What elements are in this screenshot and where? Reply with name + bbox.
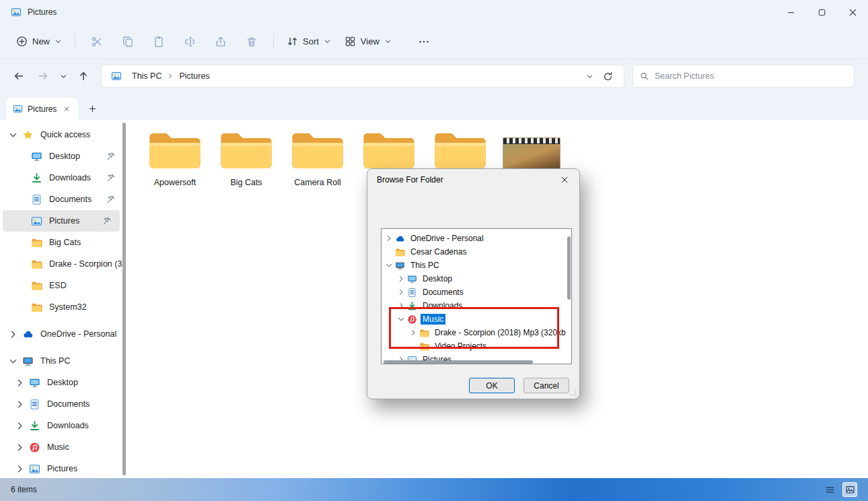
sidebar-item-pc-pictures[interactable]: Pictures xyxy=(0,458,124,478)
delete-button[interactable] xyxy=(238,30,265,54)
desktop-icon xyxy=(31,151,42,162)
tree-item-label: This PC xyxy=(408,260,441,271)
back-button[interactable] xyxy=(7,65,31,88)
tree-item-desktop[interactable]: Desktop xyxy=(382,272,571,286)
more-options-button[interactable] xyxy=(410,30,437,54)
folder-item-big-cats[interactable]: Big Cats xyxy=(215,128,277,189)
chevron-right-icon[interactable] xyxy=(396,288,406,296)
chevron-down-icon xyxy=(384,38,392,45)
details-view-toggle[interactable] xyxy=(822,482,837,497)
sidebar-item-downloads[interactable]: Downloads xyxy=(0,167,124,189)
sort-button[interactable]: Sort xyxy=(280,30,338,53)
refresh-icon[interactable] xyxy=(603,71,613,81)
minimize-button[interactable] xyxy=(775,0,806,24)
chevron-down-icon[interactable] xyxy=(384,261,394,269)
list-view-icon xyxy=(825,485,835,495)
pin-icon xyxy=(106,173,116,182)
sidebar-item-label: Pictures xyxy=(49,216,79,226)
folder-item-camera-roll[interactable]: Camera Roll xyxy=(287,128,349,189)
dialog-close-button[interactable] xyxy=(550,169,579,191)
tab-pictures[interactable]: Pictures xyxy=(7,98,78,120)
chevron-right-icon[interactable] xyxy=(15,378,25,388)
sidebar-item-big-cats[interactable]: Big Cats xyxy=(0,232,124,253)
tree-item-this-pc[interactable]: This PC xyxy=(382,259,571,272)
share-button[interactable] xyxy=(207,30,234,54)
address-bar[interactable]: This PC Pictures xyxy=(101,65,624,88)
sidebar-item-pc-documents[interactable]: Documents xyxy=(0,393,124,415)
rename-button[interactable] xyxy=(176,30,203,54)
sidebar-item-system32[interactable]: System32 xyxy=(0,296,124,318)
sidebar-item-drake-scorpion[interactable]: Drake - Scorpion (320) xyxy=(0,253,124,275)
breadcrumb-this-pc[interactable]: This PC xyxy=(127,69,166,84)
sidebar-item-label: Pictures xyxy=(47,464,77,473)
tab-close-icon[interactable] xyxy=(61,104,72,114)
tree-horizontal-scrollbar[interactable] xyxy=(384,360,533,364)
sidebar-section-this-pc[interactable]: This PC xyxy=(0,350,124,372)
item-count: 6 items xyxy=(11,485,37,494)
forward-button[interactable] xyxy=(31,65,55,88)
chevron-right-icon[interactable] xyxy=(8,329,18,339)
search-box[interactable] xyxy=(632,65,855,88)
view-icon xyxy=(345,36,356,47)
resize-grip[interactable] xyxy=(570,389,577,396)
sidebar-item-pictures[interactable]: Pictures xyxy=(3,210,120,232)
desktop-icon xyxy=(407,274,417,284)
location-icon xyxy=(111,71,122,81)
view-label: View xyxy=(361,36,379,46)
chevron-right-icon[interactable] xyxy=(15,442,25,453)
tree-item-onedrive[interactable]: OneDrive - Personal xyxy=(382,232,571,245)
copy-button[interactable] xyxy=(114,30,141,54)
breadcrumb-pictures[interactable]: Pictures xyxy=(174,69,214,84)
sidebar-item-pc-desktop[interactable]: Desktop xyxy=(0,372,124,393)
forward-icon xyxy=(38,71,48,81)
new-tab-button[interactable] xyxy=(83,100,101,117)
tree-item-cesar-cadenas[interactable]: Cesar Cadenas xyxy=(382,245,571,259)
section-label: Quick access xyxy=(40,130,90,139)
cancel-button[interactable]: Cancel xyxy=(523,378,569,393)
dialog-title: Browse For Folder xyxy=(377,175,443,185)
chevron-right-icon[interactable] xyxy=(396,275,406,283)
window-title: Pictures xyxy=(28,7,57,17)
folder-item-apowersoft[interactable]: Apowersoft xyxy=(144,128,206,189)
chevron-down-icon[interactable] xyxy=(8,356,18,366)
sidebar-item-esd[interactable]: ESD xyxy=(0,275,124,296)
paste-button[interactable] xyxy=(145,30,172,54)
cut-button[interactable] xyxy=(83,30,110,54)
sidebar-section-quick-access[interactable]: Quick access xyxy=(0,124,124,145)
pin-icon xyxy=(106,195,116,204)
search-input[interactable] xyxy=(655,71,847,81)
view-button[interactable]: View xyxy=(338,30,398,53)
rename-icon xyxy=(184,36,196,48)
up-button[interactable] xyxy=(71,65,96,88)
address-dropdown-icon[interactable] xyxy=(586,73,593,80)
maximize-button[interactable] xyxy=(806,0,837,24)
desktop-icon xyxy=(29,377,40,389)
chevron-right-icon[interactable] xyxy=(384,234,394,242)
pictures-icon xyxy=(31,215,42,227)
sidebar-item-label: Music xyxy=(47,442,69,452)
chevron-right-icon[interactable] xyxy=(15,399,25,409)
red-highlight-annotation xyxy=(389,307,559,349)
section-label: OneDrive - Personal xyxy=(40,329,116,339)
chevron-down-icon[interactable] xyxy=(8,130,18,140)
recent-locations-button[interactable] xyxy=(55,65,71,88)
chevron-right-icon[interactable] xyxy=(15,464,25,474)
sidebar-item-pc-downloads[interactable]: Downloads xyxy=(0,415,124,436)
navigation-bar: This PC Pictures xyxy=(0,59,868,93)
sidebar-item-documents[interactable]: Documents xyxy=(0,189,124,210)
sidebar-scrollbar[interactable] xyxy=(122,123,126,475)
chevron-right-icon[interactable] xyxy=(15,421,25,431)
dialog-titlebar[interactable]: Browse For Folder xyxy=(367,169,579,191)
ok-button[interactable]: OK xyxy=(469,378,515,393)
folder-icon xyxy=(289,128,347,172)
tree-item-documents[interactable]: Documents xyxy=(382,286,571,299)
sidebar-item-pc-music[interactable]: Music xyxy=(0,436,124,458)
tree-vertical-scrollbar[interactable] xyxy=(567,236,571,300)
close-button[interactable] xyxy=(837,0,868,24)
thumbnail-view-toggle[interactable] xyxy=(842,482,857,497)
tab-label: Pictures xyxy=(28,104,57,114)
new-button[interactable]: New xyxy=(9,30,69,53)
sidebar-section-onedrive[interactable]: OneDrive - Personal xyxy=(0,323,124,345)
sidebar-item-desktop[interactable]: Desktop xyxy=(0,145,124,167)
search-icon xyxy=(640,71,649,81)
